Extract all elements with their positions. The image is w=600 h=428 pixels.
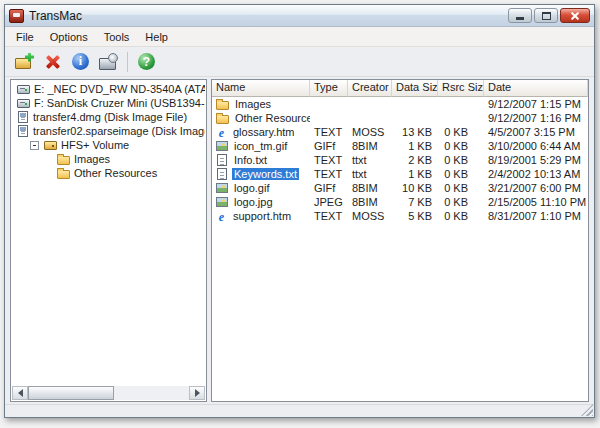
menu-bar: FileOptionsToolsHelp (5, 27, 594, 47)
file-row[interactable]: Info.txtTEXTttxt2 KB0 KB8/19/2001 5:29 P… (212, 153, 588, 167)
tree-item[interactable]: F: SanDisk Cruzer Mini (USB1394-Disk) (12, 96, 205, 110)
file-name: logo.gif (232, 182, 271, 194)
disk-image-icon (18, 125, 28, 137)
resize-grip[interactable] (581, 404, 593, 416)
transmac-window: TransMac FileOptionsToolsHelp E: _NEC DV… (4, 4, 595, 418)
file-row[interactable]: glossary.htmTEXTMOSS13 KB0 KB4/5/2007 3:… (212, 125, 588, 139)
tree-item-label: HFS+ Volume (61, 139, 129, 151)
type-cell: JPEG (310, 196, 348, 208)
menu-tools[interactable]: Tools (96, 29, 138, 45)
date-cell: 2/15/2005 11:10 PM (484, 196, 588, 208)
column-header-data-size[interactable]: Data Size (392, 80, 438, 97)
name-cell: Info.txt (212, 154, 310, 166)
column-header-creator[interactable]: Creator (348, 80, 392, 97)
file-name: glossary.htm (231, 126, 297, 138)
creator-cell: MOSS (348, 210, 392, 222)
open-image-button[interactable] (12, 49, 37, 74)
file-row[interactable]: icon_tm.gifGIFf8BIM1 KB0 KB3/10/2000 6:4… (212, 139, 588, 153)
maximize-icon (542, 12, 551, 20)
column-header-rsrc-size[interactable]: Rsrc Size (438, 80, 484, 97)
disk-icon (99, 53, 118, 71)
tree-item-label: F: SanDisk Cruzer Mini (USB1394-Disk) (34, 97, 205, 109)
rsrc_size-cell: 0 KB (438, 196, 484, 208)
tree-item[interactable]: Other Resources (12, 166, 205, 180)
name-cell: Keywords.txt (212, 168, 310, 180)
window-title: TransMac (29, 9, 82, 23)
text-icon (217, 168, 227, 180)
date-cell: 2/4/2002 10:13 AM (484, 168, 588, 180)
type-cell: TEXT (310, 168, 348, 180)
file-name: logo.jpg (232, 196, 275, 208)
list-header: NameTypeCreatorData SizeRsrc SizeDate (212, 80, 588, 97)
file-row[interactable]: Images9/12/2007 1:15 PM (212, 97, 588, 111)
data_size-cell: 1 KB (392, 168, 438, 180)
help-icon (138, 53, 155, 70)
creator-cell: 8BIM (348, 182, 392, 194)
rsrc_size-cell: 0 KB (438, 154, 484, 166)
rsrc_size-cell: 0 KB (438, 210, 484, 222)
collapse-expander[interactable] (30, 141, 39, 150)
date-cell: 8/31/2007 1:10 PM (484, 210, 588, 222)
creator-cell: 8BIM (348, 140, 392, 152)
data_size-cell: 1 KB (392, 140, 438, 152)
column-header-type[interactable]: Type (310, 80, 348, 97)
file-row[interactable]: logo.jpgJPEG8BIM7 KB0 KB2/15/2005 11:10 … (212, 195, 588, 209)
file-row[interactable]: Other Resources9/12/2007 1:16 PM (212, 111, 588, 125)
rsrc_size-cell: 0 KB (438, 168, 484, 180)
properties-button[interactable] (68, 49, 93, 74)
type-cell: GIFf (310, 140, 348, 152)
creator-cell: 8BIM (348, 196, 392, 208)
file-row[interactable]: support.htmTEXTMOSS5 KB0 KB8/31/2007 1:1… (212, 209, 588, 223)
menu-file[interactable]: File (8, 29, 42, 45)
menu-options[interactable]: Options (42, 29, 96, 45)
close-button[interactable] (560, 8, 590, 23)
delete-button[interactable] (40, 49, 65, 74)
tree-item[interactable]: Images (12, 152, 205, 166)
scroll-left-button[interactable] (12, 386, 28, 400)
main-area: E: _NEC DVD_RW ND-3540A (ATAPI-CF: SanDi… (10, 79, 589, 402)
creator-cell: ttxt (348, 168, 392, 180)
image-icon (216, 141, 228, 151)
tree-item-label: E: _NEC DVD_RW ND-3540A (ATAPI-C (34, 83, 205, 95)
menu-help[interactable]: Help (137, 29, 176, 45)
file-row[interactable]: Keywords.txtTEXTttxt1 KB0 KB2/4/2002 10:… (212, 167, 588, 181)
left-arrow-icon (18, 389, 23, 397)
help-button[interactable] (134, 49, 159, 74)
date-cell: 9/12/2007 1:16 PM (484, 112, 588, 124)
tree-item[interactable]: transfer02.sparseimage (Disk Image File) (12, 124, 205, 138)
tree-item-label: transfer4.dmg (Disk Image File) (33, 111, 187, 123)
minimize-button[interactable] (508, 8, 532, 23)
date-cell: 9/12/2007 1:15 PM (484, 98, 588, 110)
data_size-cell: 7 KB (392, 196, 438, 208)
title-bar[interactable]: TransMac (5, 5, 594, 27)
format-disk-button[interactable] (96, 49, 121, 74)
scrollbar-track[interactable] (114, 386, 189, 400)
image-icon (216, 197, 228, 207)
name-cell: support.htm (212, 210, 310, 223)
name-cell: icon_tm.gif (212, 140, 310, 152)
data_size-cell: 10 KB (392, 182, 438, 194)
tree-item[interactable]: transfer4.dmg (Disk Image File) (12, 110, 205, 124)
scrollbar-thumb[interactable] (28, 386, 114, 400)
scroll-right-button[interactable] (189, 386, 205, 400)
folder-icon (216, 115, 229, 124)
file-list-panel: NameTypeCreatorData SizeRsrc SizeDate Im… (211, 79, 589, 402)
data_size-cell: 2 KB (392, 154, 438, 166)
column-header-name[interactable]: Name (212, 80, 310, 97)
maximize-button[interactable] (534, 8, 558, 23)
rsrc_size-cell: 0 KB (438, 126, 484, 138)
type-cell: GIFf (310, 182, 348, 194)
tree-item-label: transfer02.sparseimage (Disk Image File) (33, 125, 205, 137)
name-cell: logo.jpg (212, 196, 310, 208)
tree-item[interactable]: HFS+ Volume (12, 138, 205, 152)
column-header-date[interactable]: Date (484, 80, 588, 97)
file-list: Images9/12/2007 1:15 PMOther Resources9/… (212, 97, 588, 401)
file-row[interactable]: logo.gifGIFf8BIM10 KB0 KB3/21/2007 6:00 … (212, 181, 588, 195)
disk-plus-icon (15, 53, 34, 71)
tree-item[interactable]: E: _NEC DVD_RW ND-3540A (ATAPI-C (12, 82, 205, 96)
name-cell: Images (212, 98, 310, 110)
right-arrow-icon (195, 389, 200, 397)
info-icon (72, 53, 89, 70)
html-icon (215, 126, 228, 139)
tree-horizontal-scrollbar[interactable] (12, 386, 205, 400)
